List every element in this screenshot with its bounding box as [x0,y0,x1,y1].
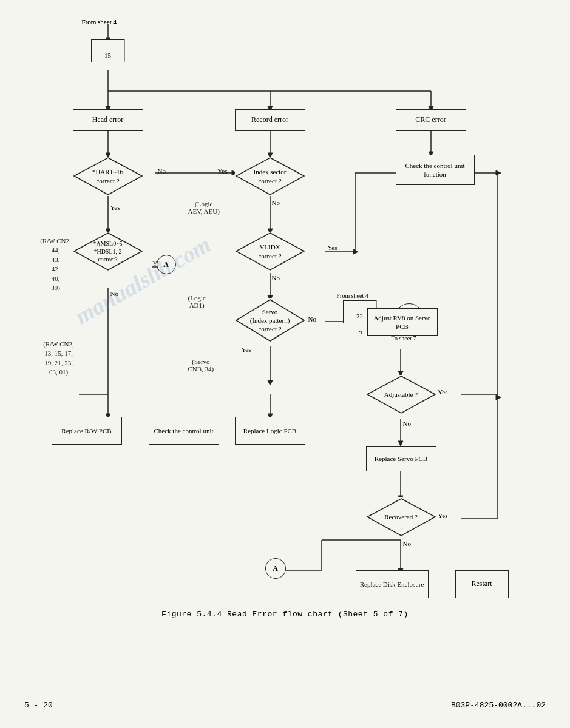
recovered-yes-label: Yes [438,512,448,519]
doc-number: B03P-4825-0002A...02 [451,701,546,710]
pentagon-number: 15 [104,52,111,59]
svg-marker-52 [398,441,403,446]
replace-disk-box: Replace Disk Enclosure [356,570,429,598]
from-sheet4-pentagon: 15 [91,39,125,71]
adjustable-no-label: No [403,420,411,427]
servo-yes-label: Yes [242,346,251,353]
check-control-unit-box: Check the control unit [149,417,219,445]
logic-ad1-note: (LogicAD1) [188,294,206,309]
amsl-diamond: *AMSL0~5*HDSL1, 2correct? [73,232,143,271]
from-sheet4-22-label: From sheet 4 [337,292,368,299]
adjustable-diamond: Adjustable ? [366,375,436,414]
replace-rw-box: Replace R/W PCB [52,417,122,445]
head-error-box: Head error [73,109,143,131]
recovered-diamond: Recovered ? [366,497,436,537]
servo-no-label: No [308,315,316,323]
circle-a-left: A [157,255,176,274]
pentagon-22-number: 22 [356,312,363,320]
replace-servo-box: Replace Servo PCB [366,446,436,471]
index-yes-label: Yes [218,167,228,175]
servo-diamond: Servo(Index pattern)correct ? [235,298,305,342]
check-control-unit-function-box: Check the control unit function [396,155,475,185]
index-no-label: No [272,199,280,206]
vlidx-no-label: No [272,274,280,281]
svg-marker-54 [496,395,501,400]
rw-cn2-bottom-note: (R/W CN2,13, 15, 17,19, 21, 23,03, 01) [32,340,86,377]
logic-aev-note: (LogicAEV, AEU) [188,200,220,215]
replace-logic-box: Replace Logic PCB [235,417,305,445]
circle-a-bottom: A [265,558,286,579]
amsl-no-label: No [110,290,118,297]
vlidx-yes-label: Yes [328,244,338,251]
har-no-label: No [158,167,166,175]
restart-box: Restart [455,570,509,598]
record-error-box: Record error [235,109,305,131]
page-number: 5 - 20 [24,701,53,710]
adjust-rv8-box: Adjust RV8 on Servo PCB [367,308,438,336]
recovered-no-label: No [403,540,411,547]
crc-error-box: CRC error [396,109,466,131]
vlidx-diamond: VLIDXcorrect ? [235,232,305,271]
servo-cnb-note: (ServoCNB, 34) [188,358,214,372]
svg-marker-49 [268,380,273,385]
from-sheet4-top-label: From sheet 4 [82,18,117,25]
har-yes-label: Yes [110,204,120,211]
adjustable-yes-label: Yes [438,388,448,396]
svg-marker-46 [353,249,358,254]
svg-marker-51 [496,170,501,175]
figure-caption: Figure 5.4.4 Read Error flow chart (Shee… [18,610,552,619]
index-sector-diamond: Index sectorcorrect ? [235,157,305,196]
har-diamond: *HAR1~16correct ? [73,157,143,196]
